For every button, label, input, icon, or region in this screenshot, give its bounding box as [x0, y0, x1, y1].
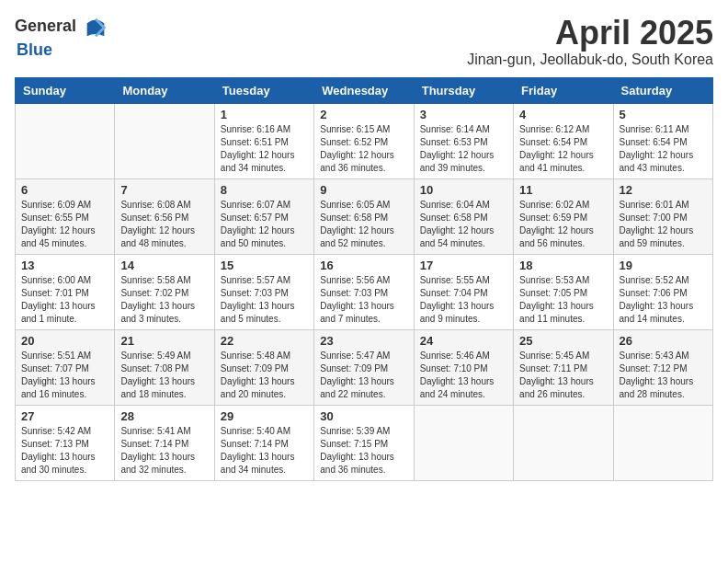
calendar-cell: 23Sunrise: 5:47 AM Sunset: 7:09 PM Dayli…: [314, 329, 414, 405]
calendar-cell: [16, 103, 115, 178]
calendar-cell: 12Sunrise: 6:01 AM Sunset: 7:00 PM Dayli…: [613, 178, 712, 254]
calendar-cell: 9Sunrise: 6:05 AM Sunset: 6:58 PM Daylig…: [314, 178, 414, 254]
weekday-wednesday: Wednesday: [314, 77, 414, 103]
day-info: Sunrise: 6:04 AM Sunset: 6:58 PM Dayligh…: [420, 199, 507, 250]
calendar-cell: 2Sunrise: 6:15 AM Sunset: 6:52 PM Daylig…: [314, 103, 414, 178]
calendar-week-2: 6Sunrise: 6:09 AM Sunset: 6:55 PM Daylig…: [16, 178, 713, 254]
day-info: Sunrise: 5:40 AM Sunset: 7:14 PM Dayligh…: [221, 425, 308, 477]
calendar-cell: 30Sunrise: 5:39 AM Sunset: 7:15 PM Dayli…: [314, 405, 414, 480]
day-info: Sunrise: 6:01 AM Sunset: 7:00 PM Dayligh…: [620, 199, 707, 250]
day-number: 23: [320, 334, 407, 348]
calendar-cell: 11Sunrise: 6:02 AM Sunset: 6:59 PM Dayli…: [514, 178, 613, 254]
day-number: 3: [420, 108, 507, 121]
calendar-week-5: 27Sunrise: 5:42 AM Sunset: 7:13 PM Dayli…: [16, 405, 713, 480]
calendar-cell: 19Sunrise: 5:52 AM Sunset: 7:06 PM Dayli…: [613, 254, 712, 329]
day-info: Sunrise: 6:11 AM Sunset: 6:54 PM Dayligh…: [620, 123, 707, 175]
calendar: SundayMondayTuesdayWednesdayThursdayFrid…: [15, 77, 713, 481]
day-info: Sunrise: 6:15 AM Sunset: 6:52 PM Dayligh…: [320, 123, 407, 175]
calendar-cell: 14Sunrise: 5:58 AM Sunset: 7:02 PM Dayli…: [115, 254, 214, 329]
day-number: 6: [21, 183, 108, 197]
calendar-cell: 25Sunrise: 5:45 AM Sunset: 7:11 PM Dayli…: [514, 329, 613, 405]
day-info: Sunrise: 5:42 AM Sunset: 7:13 PM Dayligh…: [21, 425, 108, 477]
weekday-tuesday: Tuesday: [214, 77, 313, 103]
calendar-cell: 10Sunrise: 6:04 AM Sunset: 6:58 PM Dayli…: [414, 178, 513, 254]
weekday-header-row: SundayMondayTuesdayWednesdayThursdayFrid…: [16, 77, 713, 103]
day-number: 22: [221, 334, 308, 348]
day-number: 7: [120, 183, 208, 197]
day-info: Sunrise: 5:49 AM Sunset: 7:08 PM Dayligh…: [120, 350, 208, 401]
header: General Blue April 2025 Jinan-gun, Jeoll…: [15, 15, 713, 68]
day-info: Sunrise: 6:09 AM Sunset: 6:55 PM Dayligh…: [21, 199, 108, 250]
day-number: 10: [420, 183, 507, 197]
day-info: Sunrise: 5:55 AM Sunset: 7:04 PM Dayligh…: [420, 274, 507, 326]
day-info: Sunrise: 5:48 AM Sunset: 7:09 PM Dayligh…: [221, 350, 308, 401]
day-number: 8: [221, 183, 308, 197]
calendar-cell: 15Sunrise: 5:57 AM Sunset: 7:03 PM Dayli…: [214, 254, 313, 329]
location-title: Jinan-gun, Jeollabuk-do, South Korea: [467, 52, 713, 68]
day-info: Sunrise: 5:53 AM Sunset: 7:05 PM Dayligh…: [519, 274, 607, 326]
day-info: Sunrise: 6:02 AM Sunset: 6:59 PM Dayligh…: [519, 199, 607, 250]
weekday-sunday: Sunday: [16, 77, 115, 103]
day-number: 24: [420, 334, 507, 348]
day-number: 12: [620, 183, 707, 197]
calendar-week-3: 13Sunrise: 6:00 AM Sunset: 7:01 PM Dayli…: [16, 254, 713, 329]
calendar-week-1: 1Sunrise: 6:16 AM Sunset: 6:51 PM Daylig…: [16, 103, 713, 178]
day-number: 29: [221, 409, 308, 423]
weekday-thursday: Thursday: [414, 77, 513, 103]
day-info: Sunrise: 5:51 AM Sunset: 7:07 PM Dayligh…: [21, 350, 108, 401]
calendar-cell: 20Sunrise: 5:51 AM Sunset: 7:07 PM Dayli…: [16, 329, 115, 405]
logo-general: General: [15, 17, 76, 35]
calendar-cell: 1Sunrise: 6:16 AM Sunset: 6:51 PM Daylig…: [214, 103, 313, 178]
day-number: 1: [221, 108, 308, 121]
calendar-cell: 24Sunrise: 5:46 AM Sunset: 7:10 PM Dayli…: [414, 329, 513, 405]
calendar-cell: 8Sunrise: 6:07 AM Sunset: 6:57 PM Daylig…: [214, 178, 313, 254]
day-number: 21: [120, 334, 208, 348]
day-number: 19: [620, 259, 707, 272]
day-info: Sunrise: 5:46 AM Sunset: 7:10 PM Dayligh…: [420, 350, 507, 401]
day-number: 17: [420, 259, 507, 272]
logo-blue: Blue: [17, 40, 52, 59]
calendar-cell: 26Sunrise: 5:43 AM Sunset: 7:12 PM Dayli…: [613, 329, 712, 405]
calendar-cell: [514, 405, 613, 480]
day-number: 11: [519, 183, 607, 197]
calendar-cell: 7Sunrise: 6:08 AM Sunset: 6:56 PM Daylig…: [115, 178, 214, 254]
day-info: Sunrise: 6:12 AM Sunset: 6:54 PM Dayligh…: [519, 123, 607, 175]
day-info: Sunrise: 5:57 AM Sunset: 7:03 PM Dayligh…: [221, 274, 308, 326]
day-info: Sunrise: 6:16 AM Sunset: 6:51 PM Dayligh…: [221, 123, 308, 175]
day-info: Sunrise: 5:45 AM Sunset: 7:11 PM Dayligh…: [519, 350, 607, 401]
calendar-cell: 21Sunrise: 5:49 AM Sunset: 7:08 PM Dayli…: [115, 329, 214, 405]
day-number: 4: [519, 108, 607, 121]
calendar-cell: 28Sunrise: 5:41 AM Sunset: 7:14 PM Dayli…: [115, 405, 214, 480]
day-number: 16: [320, 259, 407, 272]
month-title: April 2025: [467, 15, 713, 52]
day-info: Sunrise: 5:39 AM Sunset: 7:15 PM Dayligh…: [320, 425, 407, 477]
calendar-cell: [414, 405, 513, 480]
weekday-monday: Monday: [115, 77, 214, 103]
calendar-cell: 18Sunrise: 5:53 AM Sunset: 7:05 PM Dayli…: [514, 254, 613, 329]
calendar-cell: 16Sunrise: 5:56 AM Sunset: 7:03 PM Dayli…: [314, 254, 414, 329]
day-info: Sunrise: 5:58 AM Sunset: 7:02 PM Dayligh…: [120, 274, 208, 326]
day-number: 14: [120, 259, 208, 272]
calendar-cell: 17Sunrise: 5:55 AM Sunset: 7:04 PM Dayli…: [414, 254, 513, 329]
day-info: Sunrise: 5:41 AM Sunset: 7:14 PM Dayligh…: [120, 425, 208, 477]
day-info: Sunrise: 6:00 AM Sunset: 7:01 PM Dayligh…: [21, 274, 108, 326]
day-info: Sunrise: 5:47 AM Sunset: 7:09 PM Dayligh…: [320, 350, 407, 401]
day-info: Sunrise: 6:14 AM Sunset: 6:53 PM Dayligh…: [420, 123, 507, 175]
calendar-week-4: 20Sunrise: 5:51 AM Sunset: 7:07 PM Dayli…: [16, 329, 713, 405]
day-number: 5: [620, 108, 707, 121]
title-area: April 2025 Jinan-gun, Jeollabuk-do, Sout…: [467, 15, 713, 68]
day-number: 9: [320, 183, 407, 197]
day-info: Sunrise: 5:56 AM Sunset: 7:03 PM Dayligh…: [320, 274, 407, 326]
day-number: 2: [320, 108, 407, 121]
calendar-cell: 27Sunrise: 5:42 AM Sunset: 7:13 PM Dayli…: [16, 405, 115, 480]
weekday-friday: Friday: [514, 77, 613, 103]
day-number: 28: [120, 409, 208, 423]
calendar-cell: [115, 103, 214, 178]
day-info: Sunrise: 6:07 AM Sunset: 6:57 PM Dayligh…: [221, 199, 308, 250]
calendar-cell: 5Sunrise: 6:11 AM Sunset: 6:54 PM Daylig…: [613, 103, 712, 178]
logo: General Blue: [15, 15, 108, 60]
day-number: 18: [519, 259, 607, 272]
day-number: 27: [21, 409, 108, 423]
day-number: 13: [21, 259, 108, 272]
day-number: 20: [21, 334, 108, 348]
